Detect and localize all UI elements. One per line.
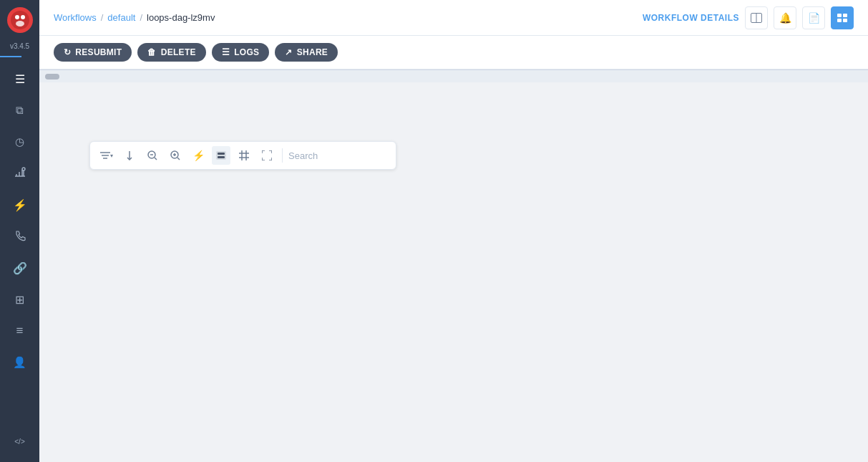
header: Workflows / default / loops-dag-lz9mv WO… xyxy=(39,0,868,36)
bolt-icon: ⚡ xyxy=(13,198,27,212)
sidebar-item-phone[interactable] xyxy=(0,221,39,251)
chevron-down-icon: ▾ xyxy=(110,153,113,159)
svg-rect-30 xyxy=(242,153,246,158)
breadcrumb-sep-2: / xyxy=(140,12,142,23)
share-icon: ↗ xyxy=(285,47,292,57)
code-icon: </> xyxy=(14,438,24,446)
fit-view-icon[interactable] xyxy=(235,146,253,165)
delete-button[interactable]: 🗑 DELETE xyxy=(137,43,205,62)
filter-icon[interactable]: ▾ xyxy=(97,146,116,165)
menu-icon: ☰ xyxy=(15,72,25,86)
breadcrumb-workflows[interactable]: Workflows xyxy=(54,12,97,23)
sidebar: v3.4.5 ☰ ⧉ ◷ ⚡ 🔗 xyxy=(0,0,39,462)
resubmit-icon: ↻ xyxy=(64,47,71,57)
box-icon: ⊞ xyxy=(15,293,24,307)
split-view-button[interactable] xyxy=(745,6,768,29)
signal-icon xyxy=(14,166,26,181)
sidebar-item-link[interactable]: 🔗 xyxy=(0,253,39,283)
sidebar-item-bolt[interactable]: ⚡ xyxy=(0,190,39,220)
list-icon: ≡ xyxy=(16,324,24,338)
search-input[interactable] xyxy=(288,150,389,161)
resubmit-button[interactable]: ↻ RESUBMIT xyxy=(54,43,132,62)
share-button[interactable]: ↗ SHARE xyxy=(275,43,338,62)
svg-line-26 xyxy=(177,158,180,160)
bell-icon: 🔔 xyxy=(779,12,791,24)
link-icon: 🔗 xyxy=(13,261,27,275)
svg-rect-15 xyxy=(843,19,847,22)
svg-line-22 xyxy=(155,158,157,160)
workflow-details-label: WORKFLOW DETAILS xyxy=(643,13,739,23)
fullscreen-icon[interactable] xyxy=(258,146,276,165)
sidebar-item-list[interactable]: ≡ xyxy=(0,316,39,346)
scroll-thumb[interactable] xyxy=(45,74,59,80)
breadcrumb-sep-1: / xyxy=(101,12,104,23)
phone-icon xyxy=(14,230,26,244)
sidebar-logo xyxy=(0,0,39,39)
sort-icon[interactable] xyxy=(120,146,139,165)
app-logo xyxy=(7,7,33,33)
zoom-in-icon[interactable] xyxy=(166,146,185,165)
svg-point-8 xyxy=(22,168,25,170)
svg-rect-12 xyxy=(837,14,842,17)
sidebar-item-layers[interactable]: ⧉ xyxy=(0,95,39,125)
svg-rect-14 xyxy=(837,19,842,22)
logs-icon: ☰ xyxy=(222,47,230,57)
zoom-out-icon[interactable] xyxy=(143,146,162,165)
sidebar-divider xyxy=(0,56,21,57)
app-version: v3.4.5 xyxy=(10,42,29,50)
svg-rect-27 xyxy=(216,151,226,160)
sidebar-item-code[interactable]: </> xyxy=(0,426,39,456)
notification-button[interactable]: 🔔 xyxy=(774,6,796,29)
breadcrumb-current: loops-dag-lz9mv xyxy=(147,12,215,23)
graph-toolbar: ▾ xyxy=(89,141,396,170)
breadcrumb-default[interactable]: default xyxy=(107,12,135,23)
user-icon: 👤 xyxy=(13,356,26,369)
breadcrumb: Workflows / default / loops-dag-lz9mv xyxy=(54,12,215,23)
sidebar-item-menu[interactable]: ☰ xyxy=(0,64,39,94)
svg-rect-28 xyxy=(218,153,225,155)
svg-point-1 xyxy=(15,15,19,19)
document-icon: 📄 xyxy=(808,12,820,24)
svg-point-0 xyxy=(11,11,29,29)
header-right: WORKFLOW DETAILS 🔔 📄 xyxy=(643,6,854,29)
svg-point-3 xyxy=(16,21,24,27)
canvas-container: ▾ xyxy=(39,69,868,462)
svg-point-2 xyxy=(21,15,25,19)
clock-icon: ◷ xyxy=(15,135,24,148)
svg-rect-13 xyxy=(843,14,847,17)
sidebar-item-box[interactable]: ⊞ xyxy=(0,284,39,314)
toolbar-divider xyxy=(282,148,283,163)
svg-rect-29 xyxy=(218,156,225,158)
logs-button[interactable]: ☰ LOGS xyxy=(212,43,270,62)
main-content: Workflows / default / loops-dag-lz9mv WO… xyxy=(39,0,868,462)
action-toolbar: ↻ RESUBMIT 🗑 DELETE ☰ LOGS ↗ SHARE xyxy=(39,36,868,69)
sidebar-item-signal[interactable] xyxy=(0,158,39,188)
graph-view-button[interactable] xyxy=(831,6,854,29)
bottom-scrollbar[interactable] xyxy=(39,69,868,82)
node-list-icon[interactable] xyxy=(212,146,230,165)
sidebar-item-user[interactable]: 👤 xyxy=(0,347,39,377)
document-button[interactable]: 📄 xyxy=(802,6,825,29)
lightning-icon[interactable]: ⚡ xyxy=(189,146,208,165)
sidebar-item-clock[interactable]: ◷ xyxy=(0,127,39,157)
layers-icon: ⧉ xyxy=(16,104,24,117)
trash-icon: 🗑 xyxy=(147,47,156,57)
